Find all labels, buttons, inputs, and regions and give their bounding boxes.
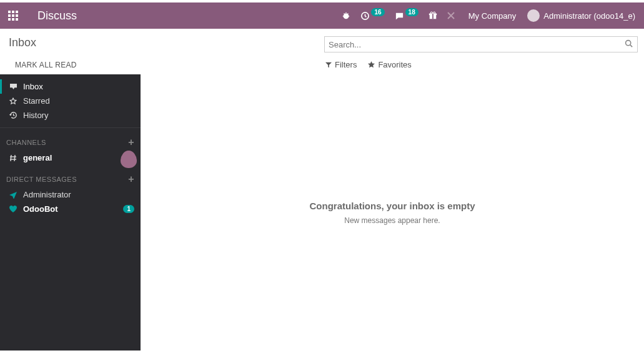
odoo-drop-icon	[121, 151, 137, 168]
close-icon	[447, 12, 455, 19]
svg-point-23	[626, 41, 631, 46]
svg-rect-3	[8, 14, 11, 17]
mark-all-read-button[interactable]: MARK ALL READ	[9, 56, 324, 74]
sidebar-item-label: Administrator	[23, 190, 71, 199]
close-panel-button[interactable]	[442, 12, 460, 19]
svg-rect-8	[16, 18, 18, 21]
sidebar-item-history[interactable]: History	[0, 108, 141, 122]
activities-badge: 16	[371, 8, 384, 16]
heart-icon	[9, 206, 17, 212]
favorites-button[interactable]: Favorites	[368, 60, 411, 69]
gift-icon	[429, 11, 437, 20]
apps-menu-button[interactable]	[0, 2, 26, 29]
hash-icon	[9, 154, 17, 162]
sidebar: Inbox Starred History CHANNELS + general	[0, 74, 141, 351]
svg-rect-5	[16, 14, 18, 17]
svg-line-13	[344, 14, 345, 14]
svg-rect-18	[432, 14, 433, 19]
sidebar-section-dm: DIRECT MESSAGES +	[0, 165, 141, 187]
chat-icon	[395, 11, 404, 21]
apps-grid-icon	[8, 11, 18, 21]
sidebar-item-label: Starred	[23, 96, 50, 106]
filters-label: Filters	[335, 60, 357, 69]
gift-button[interactable]	[424, 11, 442, 20]
favorites-label: Favorites	[378, 60, 411, 69]
bug-icon	[342, 11, 350, 20]
svg-rect-2	[16, 11, 18, 13]
sidebar-item-label: general	[23, 153, 52, 162]
svg-point-19	[430, 12, 432, 14]
top-navbar: Discuss 16 18 My Company Administrator (…	[0, 2, 644, 29]
sidebar-item-starred[interactable]: Starred	[0, 94, 141, 108]
history-icon	[9, 111, 17, 119]
sidebar-section-channels: CHANNELS +	[0, 128, 141, 151]
svg-rect-1	[12, 11, 14, 13]
activities-button[interactable]: 16	[355, 11, 389, 21]
channels-header-label: CHANNELS	[6, 139, 46, 146]
content-area: Congratulations, your inbox is empty New…	[141, 74, 644, 351]
sidebar-item-dm-odoobot[interactable]: OdooBot 1	[0, 202, 141, 216]
star-icon	[368, 61, 375, 68]
sidebar-item-label: Inbox	[23, 82, 43, 91]
dm-header-label: DIRECT MESSAGES	[6, 176, 77, 183]
control-panel: Inbox MARK ALL READ Filters Favorites	[0, 29, 644, 74]
filters-button[interactable]: Filters	[325, 60, 357, 69]
messages-button[interactable]: 18	[390, 11, 424, 21]
search-input[interactable]	[324, 36, 638, 52]
inbox-icon	[9, 83, 17, 90]
sidebar-item-label: History	[23, 111, 48, 120]
empty-title: Congratulations, your inbox is empty	[309, 201, 475, 211]
svg-line-24	[630, 45, 632, 47]
svg-rect-6	[8, 18, 11, 21]
debug-button[interactable]	[337, 11, 355, 20]
add-channel-button[interactable]: +	[128, 137, 134, 148]
filter-icon	[325, 62, 332, 68]
svg-rect-4	[12, 14, 14, 17]
svg-rect-7	[12, 18, 14, 21]
avatar	[527, 9, 540, 22]
sidebar-item-channel-general[interactable]: general	[0, 151, 141, 165]
svg-line-14	[348, 14, 349, 14]
main-area: Inbox Starred History CHANNELS + general	[0, 74, 644, 351]
sidebar-item-label: OdooBot	[23, 204, 58, 214]
breadcrumb: Inbox	[9, 36, 324, 49]
company-selector[interactable]: My Company	[460, 11, 525, 21]
user-label: Administrator (odoo14_e)	[543, 11, 635, 21]
messages-badge: 18	[405, 8, 419, 16]
clock-icon	[360, 11, 370, 21]
add-dm-button[interactable]: +	[128, 174, 134, 185]
plane-icon	[9, 191, 17, 199]
empty-subtitle: New messages appear here.	[344, 216, 440, 225]
user-menu[interactable]: Administrator (odoo14_e)	[525, 9, 638, 22]
svg-line-25	[11, 155, 11, 161]
search-icon[interactable]	[625, 39, 633, 47]
sidebar-item-dm-admin[interactable]: Administrator	[0, 187, 141, 202]
svg-rect-0	[8, 11, 11, 13]
app-title: Discuss	[26, 9, 77, 22]
star-outline-icon	[9, 97, 17, 105]
svg-point-20	[433, 12, 435, 14]
svg-line-26	[14, 155, 15, 161]
unread-badge: 1	[123, 205, 134, 213]
sidebar-item-inbox[interactable]: Inbox	[0, 79, 141, 94]
